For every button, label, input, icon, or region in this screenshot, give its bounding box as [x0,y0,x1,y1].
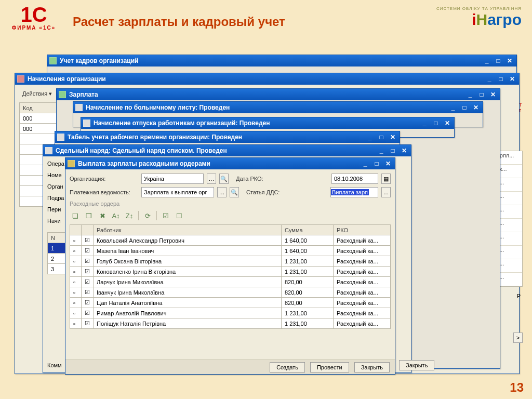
label-vedom: Платежная ведомость: [70,189,138,195]
add-icon[interactable]: ❏ [70,210,81,221]
row-mark[interactable]: ▫ [70,267,82,277]
close-icon[interactable]: ✕ [388,133,397,141]
row-mark[interactable]: ▫ [70,277,82,287]
maximize-icon[interactable]: □ [496,75,506,83]
maximize-icon[interactable]: □ [388,147,397,155]
row-mark[interactable]: ▫ [70,318,82,329]
title-bolnichny: Начисление по больничному листу: Проведе… [86,104,230,111]
close-icon[interactable]: ✕ [383,159,393,168]
minimize-icon[interactable]: _ [448,103,458,112]
table-row[interactable]: ▫☑Ларчук Ірина Миколаївна820,00Расходный… [70,277,391,287]
search-icon[interactable]: 🔍 [219,174,229,184]
row-check[interactable]: ☑ [82,235,94,246]
window-payout[interactable]: Выплата зарплаты расходными ордерами _ □… [65,157,395,375]
minimize-icon[interactable]: _ [365,133,375,141]
minimize-icon[interactable]: _ [482,57,491,65]
close-button-back[interactable]: Закрыть [399,360,434,370]
table-row[interactable]: ▫☑Поліщук Наталія Петрівна1 231,00Расход… [70,318,391,329]
maximize-icon[interactable]: □ [494,57,503,65]
sort-za-icon[interactable]: Z↕ [124,210,135,221]
close-icon[interactable]: ✕ [443,119,452,127]
row-check[interactable]: ☑ [82,256,94,267]
cell-sum: 1 640,00 [282,235,334,246]
maximize-icon[interactable]: □ [372,159,381,168]
row-check[interactable]: ☑ [82,267,94,277]
close-button[interactable]: Закрыть [354,362,390,373]
table-row[interactable]: ▫☑Голуб Оксана Вікторівна1 231,00Расходн… [70,256,391,267]
table-row[interactable]: ▫☑Цап Наталія Анатоліївна820,00Расходный… [70,298,391,308]
minimize-icon[interactable]: _ [377,147,386,155]
refresh-icon[interactable]: ⟳ [142,210,153,221]
row-mark[interactable]: ▫ [70,298,82,308]
delete-icon[interactable]: ✖ [97,210,108,221]
titlebar-payout[interactable]: Выплата зарплаты расходными ордерами _ □… [65,158,395,169]
close-icon[interactable]: ✕ [508,75,517,83]
titlebar-nach[interactable]: Начисления организации _ □ ✕ [15,73,519,85]
maximize-icon[interactable]: □ [460,103,469,112]
title-kadr: Учет кадров организаций [60,57,138,64]
cell-rko: Расходный ка... [334,277,391,287]
table-row[interactable]: ▫☑Іванчук Ірина Миколаївна820,00Расходны… [70,287,391,298]
window-icon [17,75,24,83]
minimize-icon[interactable]: _ [420,119,429,127]
table-row[interactable]: ▫☑Ковальский Александр Петрович1 640,00Р… [70,235,391,246]
sort-az-icon[interactable]: A↕ [110,210,122,221]
title-zarplata: Зарплата [69,91,98,98]
row-check[interactable]: ☑ [82,308,94,318]
titlebar-kadr[interactable]: Учет кадров организаций _ □ ✕ [47,55,516,66]
calendar-icon[interactable]: ▦ [381,174,391,184]
row-check[interactable]: ☑ [82,298,94,308]
titlebar-zarplata[interactable]: Зарплата _ □ ✕ [57,89,500,100]
cell-worker: Ковальский Александр Петрович [94,235,282,246]
row-mark[interactable]: ▫ [70,235,82,246]
dds-input[interactable]: Виплата зарп [330,187,378,197]
check-all-icon[interactable]: ☑ [160,210,171,221]
row-mark[interactable]: ▫ [70,246,82,256]
row-check[interactable]: ☑ [82,277,94,287]
minimize-icon[interactable]: _ [361,159,370,168]
window-icon [59,91,66,98]
row-mark[interactable]: ▫ [70,287,82,298]
create-button[interactable]: Создать [270,362,305,373]
payout-grid[interactable]: Работник Сумма РКО ▫☑Ковальский Александ… [70,224,391,329]
grid-toolbar: ❏ ❐ ✖ A↕ Z↕ ⟳ ☑ ☐ [70,210,391,221]
titlebar-bolnichny[interactable]: Начисление по больничному листу: Проведе… [73,102,483,113]
table-row[interactable]: ▫☑Коноваленко Ірина Вікторівна1 231,00Ра… [70,267,391,277]
row-check[interactable]: ☑ [82,246,94,256]
vedom-input[interactable]: Зарплата к выплате орг [141,187,214,197]
row-mark[interactable]: ▫ [70,256,82,267]
uncheck-all-icon[interactable]: ☐ [174,210,185,221]
titlebar-otpusk[interactable]: Начисление отпуска работникам организаци… [81,117,454,129]
titlebar-naryad[interactable]: Сдельный наряд: Сдельный наряд списком. … [43,145,411,156]
ellipsis-icon[interactable]: … [207,174,216,184]
ellipsis-icon[interactable]: … [381,187,391,197]
cell-rko: Расходный ка... [334,256,391,267]
cell-worker: Цап Наталія Анатоліївна [94,298,282,308]
close-icon[interactable]: ✕ [505,57,514,65]
close-icon[interactable]: ✕ [488,90,498,99]
close-icon[interactable]: ✕ [400,147,409,155]
ellipsis-icon[interactable]: … [217,187,227,197]
close-icon[interactable]: ✕ [471,103,481,112]
date-input[interactable]: 08.10.2008 [331,174,378,184]
row-check[interactable]: ☑ [82,287,94,298]
org-input[interactable]: Україна [141,174,204,184]
maximize-icon[interactable]: □ [377,133,386,141]
search-icon[interactable]: 🔍 [230,187,239,197]
minimize-icon[interactable]: _ [466,90,475,99]
minimize-icon[interactable]: _ [485,75,494,83]
copy-icon[interactable]: ❐ [83,210,95,221]
scroll-right[interactable]: > [513,332,523,343]
maximize-icon[interactable]: □ [477,90,486,99]
chevron-right-icon[interactable]: > [513,332,523,343]
cell-sum: 820,00 [282,277,334,287]
maximize-icon[interactable]: □ [431,119,441,127]
row-mark[interactable]: ▫ [70,308,82,318]
row-check[interactable]: ☑ [82,318,94,329]
post-button[interactable]: Провести [310,362,349,373]
window-icon [57,134,64,141]
label-org: Организация: [70,176,138,182]
table-row[interactable]: ▫☑Римар Анатолій Павлович1 231,00Расходн… [70,308,391,318]
titlebar-tabel[interactable]: Табель учета рабочего времени организаци… [55,131,400,143]
table-row[interactable]: ▫☑Мазепа Іван Іванович1 640,00Расходный … [70,246,391,256]
